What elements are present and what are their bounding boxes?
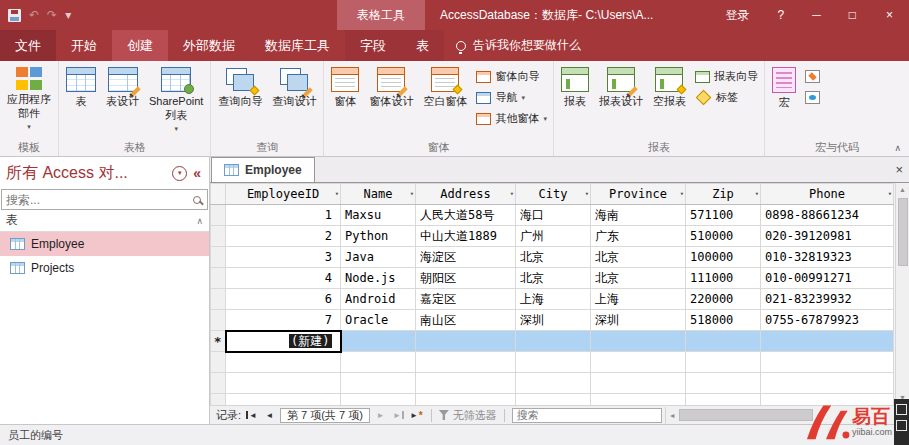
cell[interactable]: 111000 — [686, 268, 761, 289]
row-selector[interactable] — [211, 247, 226, 268]
tab-database-tools[interactable]: 数据库工具 — [250, 30, 345, 61]
module-button[interactable] — [801, 66, 824, 87]
cell[interactable]: Java — [341, 247, 416, 268]
column-dropdown-icon[interactable]: ▾ — [510, 190, 514, 198]
redo-icon[interactable]: ↷ — [47, 8, 57, 22]
cell[interactable]: 7 — [226, 310, 341, 331]
application-parts-button[interactable]: 应用程序 部件 ▾ — [2, 63, 56, 132]
column-dropdown-icon[interactable]: ▾ — [585, 190, 589, 198]
row-selector[interactable] — [211, 310, 226, 331]
cell[interactable]: 广东 — [591, 226, 686, 247]
tab-external-data[interactable]: 外部数据 — [168, 30, 250, 61]
more-forms-button[interactable]: 其他窗体 ▾ — [472, 108, 551, 129]
save-icon[interactable] — [8, 9, 21, 22]
nav-item-projects[interactable]: Projects — [0, 256, 209, 280]
customize-qat-icon[interactable]: ▾ — [65, 8, 71, 22]
column-header-province[interactable]: Province▾ — [591, 184, 686, 205]
record-search-input[interactable] — [517, 409, 657, 421]
cell[interactable]: 广州 — [516, 226, 591, 247]
last-record-button[interactable]: ► — [391, 408, 406, 423]
previous-record-button[interactable]: ◄ — [262, 408, 277, 423]
cell[interactable]: 南山区 — [416, 310, 516, 331]
cell[interactable] — [516, 331, 591, 352]
column-dropdown-icon[interactable]: ▾ — [755, 190, 759, 198]
form-button[interactable]: 窗体 — [326, 63, 364, 110]
query-design-button[interactable]: 查询设计 — [267, 63, 321, 110]
cell[interactable]: 北京 — [516, 247, 591, 268]
nav-pane-menu-icon[interactable]: ▾ — [172, 166, 187, 181]
labels-button[interactable]: 标签 — [691, 87, 762, 108]
vertical-scroll-thumb[interactable] — [898, 198, 908, 266]
next-record-button[interactable]: ► — [373, 408, 388, 423]
cell[interactable]: 571100 — [686, 205, 761, 226]
cell[interactable]: 220000 — [686, 289, 761, 310]
shutter-bar-icon[interactable]: « — [191, 165, 203, 181]
minimize-button[interactable]: ─ — [798, 0, 835, 30]
cell[interactable]: 深圳 — [591, 310, 686, 331]
report-button[interactable]: 报表 — [556, 63, 594, 110]
cell[interactable]: Python — [341, 226, 416, 247]
report-wizard-button[interactable]: 报表向导 — [691, 66, 762, 87]
column-header-city[interactable]: City▾ — [516, 184, 591, 205]
column-dropdown-icon[interactable]: ▾ — [888, 190, 892, 198]
cell[interactable]: 100000 — [686, 247, 761, 268]
tab-create[interactable]: 创建 — [112, 30, 168, 61]
scroll-up-icon[interactable]: ▲ — [899, 183, 906, 197]
nav-search-input[interactable] — [6, 193, 193, 207]
visual-basic-button[interactable] — [801, 87, 824, 108]
navigation-button[interactable]: 导航 ▾ — [472, 87, 551, 108]
scroll-left-icon[interactable]: ◄ — [666, 412, 679, 419]
cell[interactable]: 518000 — [686, 310, 761, 331]
tab-home[interactable]: 开始 — [56, 30, 112, 61]
cell[interactable] — [761, 331, 894, 352]
cell[interactable]: 1 — [226, 205, 341, 226]
column-dropdown-icon[interactable]: ▾ — [680, 190, 684, 198]
column-header-zip[interactable]: Zip▾ — [686, 184, 761, 205]
cell[interactable]: 0755-67879923 — [761, 310, 894, 331]
tab-fields[interactable]: 字段 — [345, 30, 401, 61]
tab-file[interactable]: 文件 — [0, 30, 56, 61]
cell[interactable]: Node.js — [341, 268, 416, 289]
cell[interactable]: Maxsu — [341, 205, 416, 226]
cell[interactable]: 2 — [226, 226, 341, 247]
blank-form-button[interactable]: 空白窗体 — [418, 63, 472, 110]
form-design-button[interactable]: 窗体设计 — [364, 63, 418, 110]
cell[interactable]: Oracle — [341, 310, 416, 331]
cell[interactable] — [591, 331, 686, 352]
cell[interactable]: 0898-88661234 — [761, 205, 894, 226]
search-icon[interactable] — [193, 196, 201, 204]
column-header-address[interactable]: Address▾ — [416, 184, 516, 205]
cell[interactable]: 4 — [226, 268, 341, 289]
cell[interactable]: 上海 — [516, 289, 591, 310]
cell[interactable]: 021-83239932 — [761, 289, 894, 310]
new-record-row[interactable]: * (新建) — [211, 331, 894, 352]
new-record-button[interactable]: ►* — [409, 408, 424, 423]
cell[interactable]: 朝阳区 — [416, 268, 516, 289]
cell[interactable]: 深圳 — [516, 310, 591, 331]
horizontal-scroll-thumb[interactable] — [679, 409, 813, 421]
first-record-button[interactable]: ◄ — [244, 408, 259, 423]
row-selector[interactable] — [211, 268, 226, 289]
cell[interactable]: 海淀区 — [416, 247, 516, 268]
nav-item-employee[interactable]: Employee — [0, 232, 209, 256]
cell[interactable]: Android — [341, 289, 416, 310]
column-header-employeeid[interactable]: EmployeeID▾ — [226, 184, 341, 205]
cell[interactable] — [341, 331, 416, 352]
cell[interactable]: 嘉定区 — [416, 289, 516, 310]
cell[interactable] — [686, 331, 761, 352]
undo-icon[interactable]: ↶ — [29, 8, 39, 22]
query-wizard-button[interactable]: 查询向导 — [213, 63, 267, 110]
blank-report-button[interactable]: 空报表 — [648, 63, 691, 110]
row-selector[interactable] — [211, 226, 226, 247]
column-header-phone[interactable]: Phone▾ — [761, 184, 894, 205]
new-record-cell[interactable]: (新建) — [226, 331, 341, 352]
column-header-name[interactable]: Name▾ — [341, 184, 416, 205]
cell[interactable]: 北京 — [591, 268, 686, 289]
row-selector[interactable] — [211, 289, 226, 310]
nav-section-tables[interactable]: 表 ∧ — [0, 210, 209, 232]
employee-tab[interactable]: Employee — [211, 157, 315, 182]
tab-table[interactable]: 表 — [401, 30, 444, 61]
cell[interactable]: 020-39120981 — [761, 226, 894, 247]
cell[interactable]: 海口 — [516, 205, 591, 226]
sharepoint-lists-button[interactable]: SharePoint 列表 ▾ — [144, 63, 208, 134]
